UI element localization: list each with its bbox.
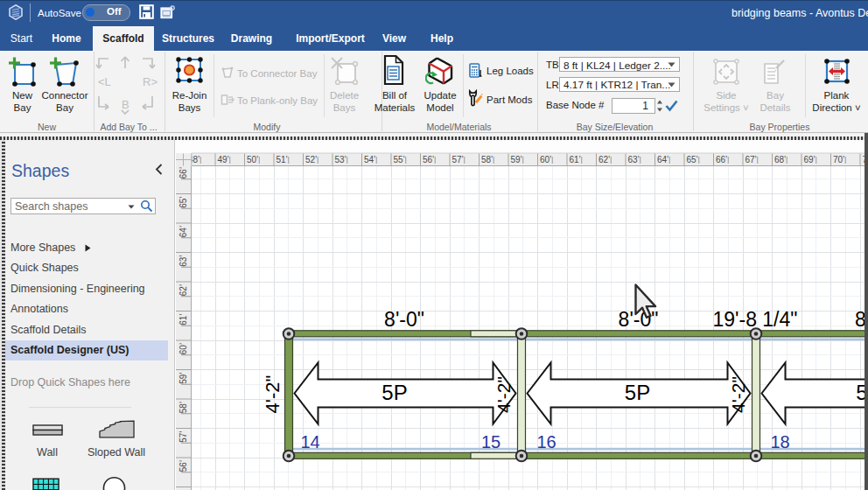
svg-text:56’: 56’ (178, 460, 188, 472)
svg-text:70’: 70’ (833, 155, 844, 164)
svg-text:59’: 59’ (178, 372, 188, 383)
svg-text:62’: 62’ (598, 155, 610, 164)
svg-text:67’: 67’ (746, 155, 757, 164)
svg-text:68’: 68’ (774, 155, 786, 164)
svg-text:19'-8 1/4": 19'-8 1/4" (713, 308, 798, 331)
svg-text:56’: 56’ (423, 155, 434, 164)
svg-text:15: 15 (481, 432, 500, 452)
svg-text:8'-0": 8'-0" (384, 308, 424, 331)
svg-text:62’: 62’ (178, 284, 188, 296)
svg-text:49’: 49’ (218, 155, 229, 164)
svg-text:69’: 69’ (804, 155, 816, 164)
svg-text:65’: 65’ (687, 155, 698, 164)
svg-text:51’: 51’ (276, 155, 288, 164)
svg-text:61’: 61’ (570, 155, 581, 164)
svg-text:50’: 50’ (247, 155, 258, 164)
svg-text:66’: 66’ (716, 155, 727, 164)
svg-text:4'-2": 4'-2" (262, 375, 284, 414)
svg-text:14: 14 (300, 432, 319, 452)
svg-text:4'-2": 4'-2" (494, 376, 514, 413)
svg-text:58’: 58’ (481, 155, 493, 164)
svg-text:60’: 60’ (540, 155, 551, 164)
svg-text:16: 16 (536, 432, 556, 452)
svg-text:64’: 64’ (657, 155, 668, 164)
svg-text:5P: 5P (856, 381, 864, 404)
svg-text:53’: 53’ (335, 155, 346, 164)
svg-text:52’: 52’ (305, 155, 317, 164)
svg-text:61’: 61’ (178, 313, 188, 325)
svg-text:55’: 55’ (394, 155, 405, 164)
svg-text:5P: 5P (382, 381, 407, 404)
svg-text:B: B (122, 98, 130, 111)
svg-text:59’: 59’ (511, 155, 522, 164)
svg-text:66’: 66’ (178, 167, 188, 178)
svg-text:8'-0": 8'-0" (855, 308, 864, 331)
svg-text:63’: 63’ (628, 155, 640, 164)
svg-text:57’: 57’ (178, 430, 188, 442)
svg-text:63’: 63’ (178, 255, 188, 266)
svg-text:65’: 65’ (178, 196, 188, 207)
svg-text:R>: R> (143, 75, 158, 88)
svg-text:5P: 5P (625, 381, 650, 404)
svg-text:58’: 58’ (178, 402, 188, 413)
svg-text:54’: 54’ (364, 155, 375, 164)
svg-text:<L: <L (98, 75, 111, 88)
svg-text:57’: 57’ (452, 155, 464, 164)
svg-text:60’: 60’ (178, 343, 188, 354)
svg-text:64’: 64’ (178, 226, 188, 237)
svg-text:18: 18 (770, 432, 789, 452)
svg-text:4'-2": 4'-2" (728, 376, 748, 413)
